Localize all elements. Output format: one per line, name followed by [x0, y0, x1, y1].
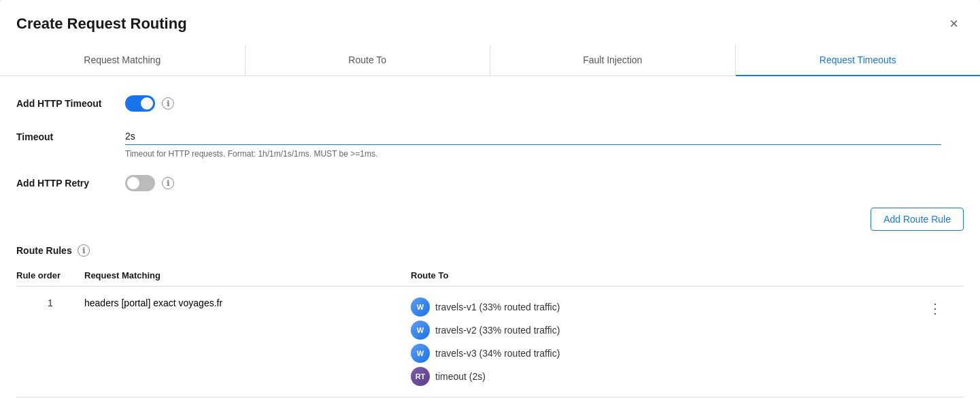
tab-fault-injection[interactable]: Fault Injection [490, 45, 736, 76]
http-timeout-toggle[interactable] [125, 95, 155, 112]
timeout-input[interactable] [125, 128, 941, 145]
add-route-rule-container: Add Route Rule [16, 208, 964, 231]
tab-content: Add HTTP Timeout ℹ Timeout Timeout for H… [0, 76, 980, 403]
route-item-1: W travels-v2 (33% routed traffic) [411, 321, 923, 340]
timeout-field-row: Timeout Timeout for HTTP requests. Forma… [16, 128, 964, 159]
timeout-inline: Timeout [16, 128, 964, 145]
route-rules-label: Route Rules [16, 245, 72, 256]
add-route-rule-button[interactable]: Add Route Rule [871, 208, 964, 231]
route-item-text-3: timeout (2s) [435, 371, 486, 382]
route-rules-table: Rule order Request Matching Route To 1 h… [16, 265, 964, 398]
route-to-cell: W travels-v1 (33% routed traffic) W trav… [411, 287, 923, 398]
route-item-text-1: travels-v2 (33% routed traffic) [435, 325, 560, 336]
tab-request-timeouts[interactable]: Request Timeouts [736, 45, 981, 76]
http-timeout-toggle-wrap: ℹ [125, 95, 174, 112]
tab-route-to[interactable]: Route To [246, 45, 491, 76]
badge-w-2: W [411, 344, 430, 363]
http-retry-row: Add HTTP Retry ℹ [16, 175, 964, 191]
toggle-knob-on [141, 97, 153, 110]
route-item-3: RT timeout (2s) [411, 367, 923, 386]
http-retry-label: Add HTTP Retry [16, 178, 125, 189]
rule-order-cell: 1 [16, 287, 84, 398]
table-header: Rule order Request Matching Route To [16, 265, 964, 287]
badge-w-0: W [411, 297, 430, 317]
modal-header: Create Request Routing × [0, 0, 980, 45]
close-button[interactable]: × [944, 14, 964, 34]
table-row: 1 headers [portal] exact voyages.fr W tr… [16, 287, 964, 398]
tab-request-matching[interactable]: Request Matching [0, 45, 246, 76]
timeout-label: Timeout [16, 131, 125, 142]
route-item-2: W travels-v3 (34% routed traffic) [411, 344, 923, 363]
toggle-knob-off [127, 177, 139, 189]
table-body: 1 headers [portal] exact voyages.fr W tr… [16, 287, 964, 398]
tabs-container: Request Matching Route To Fault Injectio… [0, 45, 980, 76]
modal-title: Create Request Routing [16, 15, 187, 33]
route-rules-info-icon[interactable]: ℹ [78, 244, 90, 257]
http-retry-toggle[interactable] [125, 175, 155, 191]
http-timeout-row: Add HTTP Timeout ℹ [16, 95, 964, 112]
route-items-container: W travels-v1 (33% routed traffic) W trav… [411, 297, 923, 386]
http-timeout-label: Add HTTP Timeout [16, 98, 125, 109]
http-retry-toggle-wrap: ℹ [125, 175, 174, 191]
modal: Create Request Routing × Request Matchin… [0, 0, 980, 403]
route-item-text-0: travels-v1 (33% routed traffic) [435, 302, 560, 312]
col-route-to: Route To [411, 265, 923, 287]
route-item-text-2: travels-v3 (34% routed traffic) [435, 348, 560, 359]
route-rules-header: Route Rules ℹ [16, 244, 964, 257]
route-item-0: W travels-v1 (33% routed traffic) [411, 297, 923, 317]
timeout-hint: Timeout for HTTP requests. Format: 1h/1m… [125, 149, 964, 159]
col-request-matching: Request Matching [84, 265, 411, 287]
row-actions-cell: ⋮ [923, 287, 964, 398]
col-rule-order: Rule order [16, 265, 84, 287]
col-actions [923, 265, 964, 287]
http-retry-info-icon[interactable]: ℹ [162, 177, 174, 189]
http-timeout-info-icon[interactable]: ℹ [162, 97, 174, 110]
badge-w-1: W [411, 321, 430, 340]
request-matching-cell: headers [portal] exact voyages.fr [84, 287, 411, 398]
more-actions-button[interactable]: ⋮ [923, 297, 947, 319]
badge-rt-0: RT [411, 367, 430, 386]
